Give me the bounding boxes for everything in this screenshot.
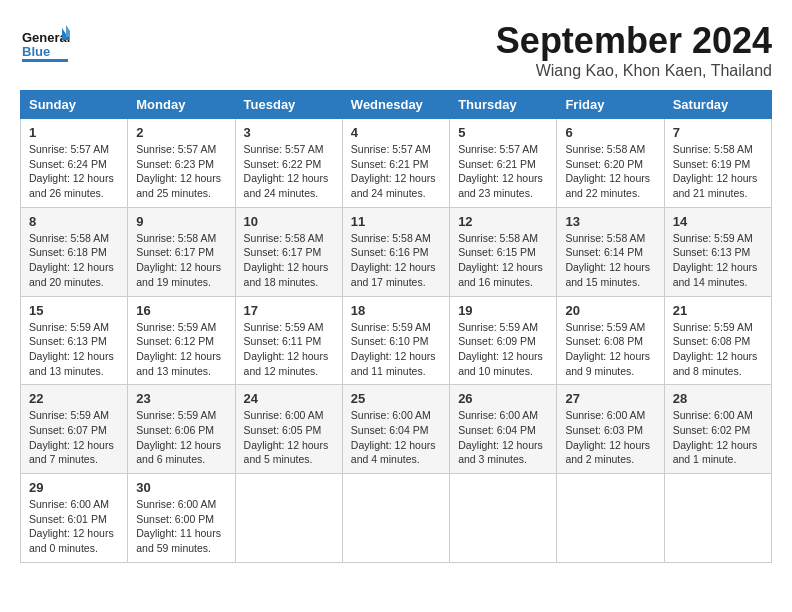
day-number: 4	[351, 125, 441, 140]
day-info: Sunrise: 5:57 AM Sunset: 6:22 PM Dayligh…	[244, 142, 334, 201]
calendar-cell	[342, 474, 449, 563]
weekday-header-sunday: Sunday	[21, 91, 128, 119]
calendar-cell: 30 Sunrise: 6:00 AM Sunset: 6:00 PM Dayl…	[128, 474, 235, 563]
day-info: Sunrise: 6:00 AM Sunset: 6:04 PM Dayligh…	[351, 408, 441, 467]
day-info: Sunrise: 5:59 AM Sunset: 6:06 PM Dayligh…	[136, 408, 226, 467]
day-info: Sunrise: 6:00 AM Sunset: 6:00 PM Dayligh…	[136, 497, 226, 556]
weekday-header-friday: Friday	[557, 91, 664, 119]
day-info: Sunrise: 5:58 AM Sunset: 6:14 PM Dayligh…	[565, 231, 655, 290]
day-info: Sunrise: 5:58 AM Sunset: 6:17 PM Dayligh…	[244, 231, 334, 290]
day-info: Sunrise: 5:59 AM Sunset: 6:12 PM Dayligh…	[136, 320, 226, 379]
day-number: 3	[244, 125, 334, 140]
calendar-cell: 11 Sunrise: 5:58 AM Sunset: 6:16 PM Dayl…	[342, 207, 449, 296]
month-title: September 2024	[496, 20, 772, 62]
calendar-cell: 4 Sunrise: 5:57 AM Sunset: 6:21 PM Dayli…	[342, 119, 449, 208]
weekday-header-wednesday: Wednesday	[342, 91, 449, 119]
calendar-week-row: 29 Sunrise: 6:00 AM Sunset: 6:01 PM Dayl…	[21, 474, 772, 563]
day-info: Sunrise: 6:00 AM Sunset: 6:01 PM Dayligh…	[29, 497, 119, 556]
day-number: 24	[244, 391, 334, 406]
calendar-cell: 23 Sunrise: 5:59 AM Sunset: 6:06 PM Dayl…	[128, 385, 235, 474]
calendar-cell: 5 Sunrise: 5:57 AM Sunset: 6:21 PM Dayli…	[450, 119, 557, 208]
calendar-week-row: 8 Sunrise: 5:58 AM Sunset: 6:18 PM Dayli…	[21, 207, 772, 296]
day-info: Sunrise: 5:58 AM Sunset: 6:18 PM Dayligh…	[29, 231, 119, 290]
day-info: Sunrise: 5:59 AM Sunset: 6:13 PM Dayligh…	[673, 231, 763, 290]
day-number: 7	[673, 125, 763, 140]
day-number: 19	[458, 303, 548, 318]
day-number: 29	[29, 480, 119, 495]
day-number: 12	[458, 214, 548, 229]
day-info: Sunrise: 6:00 AM Sunset: 6:05 PM Dayligh…	[244, 408, 334, 467]
day-number: 18	[351, 303, 441, 318]
calendar-cell: 21 Sunrise: 5:59 AM Sunset: 6:08 PM Dayl…	[664, 296, 771, 385]
day-number: 30	[136, 480, 226, 495]
day-info: Sunrise: 6:00 AM Sunset: 6:04 PM Dayligh…	[458, 408, 548, 467]
day-info: Sunrise: 6:00 AM Sunset: 6:02 PM Dayligh…	[673, 408, 763, 467]
calendar-cell: 16 Sunrise: 5:59 AM Sunset: 6:12 PM Dayl…	[128, 296, 235, 385]
day-info: Sunrise: 5:59 AM Sunset: 6:11 PM Dayligh…	[244, 320, 334, 379]
day-number: 2	[136, 125, 226, 140]
day-info: Sunrise: 5:58 AM Sunset: 6:17 PM Dayligh…	[136, 231, 226, 290]
calendar-cell: 6 Sunrise: 5:58 AM Sunset: 6:20 PM Dayli…	[557, 119, 664, 208]
calendar-cell: 24 Sunrise: 6:00 AM Sunset: 6:05 PM Dayl…	[235, 385, 342, 474]
calendar-cell: 12 Sunrise: 5:58 AM Sunset: 6:15 PM Dayl…	[450, 207, 557, 296]
calendar-cell: 20 Sunrise: 5:59 AM Sunset: 6:08 PM Dayl…	[557, 296, 664, 385]
day-info: Sunrise: 5:58 AM Sunset: 6:16 PM Dayligh…	[351, 231, 441, 290]
day-info: Sunrise: 5:57 AM Sunset: 6:21 PM Dayligh…	[351, 142, 441, 201]
day-info: Sunrise: 6:00 AM Sunset: 6:03 PM Dayligh…	[565, 408, 655, 467]
day-info: Sunrise: 5:59 AM Sunset: 6:13 PM Dayligh…	[29, 320, 119, 379]
day-info: Sunrise: 5:57 AM Sunset: 6:24 PM Dayligh…	[29, 142, 119, 201]
day-info: Sunrise: 5:59 AM Sunset: 6:10 PM Dayligh…	[351, 320, 441, 379]
day-number: 27	[565, 391, 655, 406]
page-header: General Blue September 2024 Wiang Kao, K…	[20, 20, 772, 80]
day-info: Sunrise: 5:59 AM Sunset: 6:08 PM Dayligh…	[673, 320, 763, 379]
day-info: Sunrise: 5:58 AM Sunset: 6:19 PM Dayligh…	[673, 142, 763, 201]
calendar-cell	[664, 474, 771, 563]
day-info: Sunrise: 5:58 AM Sunset: 6:15 PM Dayligh…	[458, 231, 548, 290]
day-number: 21	[673, 303, 763, 318]
svg-rect-2	[22, 59, 68, 62]
day-info: Sunrise: 5:58 AM Sunset: 6:20 PM Dayligh…	[565, 142, 655, 201]
calendar-week-row: 1 Sunrise: 5:57 AM Sunset: 6:24 PM Dayli…	[21, 119, 772, 208]
weekday-header-monday: Monday	[128, 91, 235, 119]
calendar-cell	[235, 474, 342, 563]
calendar-cell: 27 Sunrise: 6:00 AM Sunset: 6:03 PM Dayl…	[557, 385, 664, 474]
calendar-week-row: 15 Sunrise: 5:59 AM Sunset: 6:13 PM Dayl…	[21, 296, 772, 385]
logo: General Blue	[20, 20, 70, 74]
day-number: 14	[673, 214, 763, 229]
day-number: 26	[458, 391, 548, 406]
calendar-cell: 2 Sunrise: 5:57 AM Sunset: 6:23 PM Dayli…	[128, 119, 235, 208]
calendar-cell: 14 Sunrise: 5:59 AM Sunset: 6:13 PM Dayl…	[664, 207, 771, 296]
calendar-cell: 17 Sunrise: 5:59 AM Sunset: 6:11 PM Dayl…	[235, 296, 342, 385]
day-number: 10	[244, 214, 334, 229]
svg-marker-4	[66, 25, 70, 37]
logo-icon: General Blue	[20, 20, 70, 74]
day-number: 15	[29, 303, 119, 318]
day-number: 13	[565, 214, 655, 229]
calendar-cell	[557, 474, 664, 563]
calendar-cell: 22 Sunrise: 5:59 AM Sunset: 6:07 PM Dayl…	[21, 385, 128, 474]
day-number: 16	[136, 303, 226, 318]
calendar-header-row: SundayMondayTuesdayWednesdayThursdayFrid…	[21, 91, 772, 119]
calendar-cell	[450, 474, 557, 563]
day-number: 11	[351, 214, 441, 229]
day-number: 8	[29, 214, 119, 229]
day-info: Sunrise: 5:59 AM Sunset: 6:07 PM Dayligh…	[29, 408, 119, 467]
weekday-header-thursday: Thursday	[450, 91, 557, 119]
day-number: 5	[458, 125, 548, 140]
calendar-cell: 3 Sunrise: 5:57 AM Sunset: 6:22 PM Dayli…	[235, 119, 342, 208]
calendar-week-row: 22 Sunrise: 5:59 AM Sunset: 6:07 PM Dayl…	[21, 385, 772, 474]
calendar-cell: 26 Sunrise: 6:00 AM Sunset: 6:04 PM Dayl…	[450, 385, 557, 474]
calendar-cell: 13 Sunrise: 5:58 AM Sunset: 6:14 PM Dayl…	[557, 207, 664, 296]
calendar-cell: 7 Sunrise: 5:58 AM Sunset: 6:19 PM Dayli…	[664, 119, 771, 208]
calendar-cell: 15 Sunrise: 5:59 AM Sunset: 6:13 PM Dayl…	[21, 296, 128, 385]
calendar-cell: 1 Sunrise: 5:57 AM Sunset: 6:24 PM Dayli…	[21, 119, 128, 208]
calendar-cell: 28 Sunrise: 6:00 AM Sunset: 6:02 PM Dayl…	[664, 385, 771, 474]
day-info: Sunrise: 5:57 AM Sunset: 6:21 PM Dayligh…	[458, 142, 548, 201]
day-number: 17	[244, 303, 334, 318]
calendar-cell: 10 Sunrise: 5:58 AM Sunset: 6:17 PM Dayl…	[235, 207, 342, 296]
day-number: 23	[136, 391, 226, 406]
calendar-table: SundayMondayTuesdayWednesdayThursdayFrid…	[20, 90, 772, 563]
day-number: 20	[565, 303, 655, 318]
day-info: Sunrise: 5:59 AM Sunset: 6:08 PM Dayligh…	[565, 320, 655, 379]
day-number: 22	[29, 391, 119, 406]
